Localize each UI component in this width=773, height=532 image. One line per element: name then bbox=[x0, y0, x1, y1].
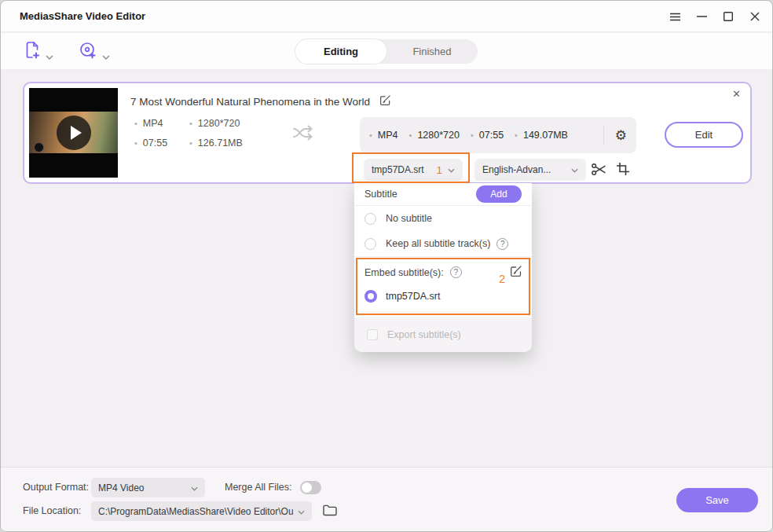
minimize-icon[interactable] bbox=[692, 7, 711, 26]
help-icon[interactable]: ? bbox=[450, 266, 462, 278]
divider bbox=[603, 126, 604, 145]
source-duration: 07:55 bbox=[134, 138, 189, 149]
embedded-track-option[interactable]: tmp57DA.srt bbox=[365, 290, 522, 303]
output-info-bar: MP4 1280*720 07:55 149.07MB ⚙ bbox=[360, 117, 636, 153]
embed-subtitle-label: Embed subtitle(s): bbox=[365, 267, 444, 278]
step-annotation-1: 1 bbox=[436, 164, 442, 176]
embed-subtitle-section: Embed subtitle(s): ? 2 tmp57DA.srt bbox=[354, 257, 532, 303]
footer-bar: Output Format: MP4 Video Merge All Files… bbox=[1, 467, 772, 531]
toggle-knob bbox=[302, 482, 312, 493]
subtitle-panel-title: Subtitle bbox=[365, 189, 397, 200]
subtitle-file-value: tmp57DA.srt bbox=[372, 164, 424, 175]
output-format-value: MP4 Video bbox=[98, 482, 144, 493]
tab-finished[interactable]: Finished bbox=[386, 39, 478, 64]
tab-bar: Editing Finished bbox=[295, 39, 478, 64]
app-window: MediasShare Video Editor bbox=[0, 0, 773, 532]
toolbar: Editing Finished bbox=[1, 33, 772, 70]
source-resolution: 1280*720 bbox=[189, 118, 276, 129]
output-format: MP4 bbox=[369, 130, 398, 141]
tab-editing[interactable]: Editing bbox=[295, 39, 386, 64]
source-size: 126.71MB bbox=[189, 138, 276, 149]
add-subtitle-button[interactable]: Add bbox=[476, 185, 522, 203]
export-subtitle-row: Export subtitle(s) bbox=[354, 317, 532, 352]
radio-unselected-icon[interactable] bbox=[365, 238, 376, 250]
output-resolution: 1280*720 bbox=[409, 130, 460, 141]
add-disc-icon bbox=[79, 42, 97, 63]
source-format: MP4 bbox=[134, 118, 189, 129]
file-location-select[interactable]: C:\ProgramData\MediasShare\Video Editor\… bbox=[91, 501, 312, 521]
crop-icon[interactable] bbox=[617, 163, 629, 178]
thumbnail-watermark bbox=[34, 142, 44, 152]
merge-all-files-label: Merge All Files: bbox=[225, 478, 291, 497]
clip-card: 7 Most Wonderful Natural Phenomena in th… bbox=[23, 82, 752, 184]
app-title: MediasShare Video Editor bbox=[20, 1, 145, 32]
edit-subtitle-icon[interactable] bbox=[510, 265, 522, 281]
chevron-down-icon bbox=[293, 506, 305, 517]
option-no-subtitle[interactable]: No subtitle bbox=[354, 206, 532, 231]
output-format-select[interactable]: MP4 Video bbox=[91, 478, 205, 497]
export-label: Export subtitle(s) bbox=[387, 329, 461, 340]
chevron-down-icon bbox=[46, 49, 53, 63]
trim-scissors-icon[interactable] bbox=[592, 163, 606, 179]
save-button[interactable]: Save bbox=[676, 488, 758, 512]
radio-selected-icon[interactable] bbox=[365, 290, 377, 303]
edit-button[interactable]: Edit bbox=[665, 122, 743, 148]
track-label: tmp57DA.srt bbox=[386, 291, 440, 302]
add-file-icon bbox=[24, 42, 41, 63]
merge-toggle[interactable] bbox=[300, 481, 321, 494]
option-label: No subtitle bbox=[386, 213, 432, 224]
chevron-down-icon bbox=[186, 482, 198, 493]
output-size: 149.07MB bbox=[515, 130, 568, 141]
export-checkbox[interactable] bbox=[367, 329, 378, 340]
rename-icon[interactable] bbox=[379, 94, 391, 109]
output-duration: 07:55 bbox=[471, 130, 504, 141]
video-thumbnail[interactable] bbox=[29, 88, 118, 178]
file-location-label: File Location: bbox=[23, 501, 81, 521]
source-metadata: MP4 1280*720 07:55 126.71MB bbox=[134, 118, 276, 149]
maximize-icon[interactable] bbox=[719, 7, 738, 26]
settings-gear-icon[interactable]: ⚙ bbox=[615, 129, 627, 142]
convert-arrow-icon bbox=[291, 124, 315, 145]
subtitle-language-select[interactable]: English-Advan... bbox=[474, 159, 586, 181]
add-file-button[interactable] bbox=[24, 42, 53, 63]
chevron-down-icon bbox=[448, 164, 455, 175]
play-icon[interactable] bbox=[57, 116, 91, 150]
option-keep-all-tracks[interactable]: Keep all subtitle track(s) ? bbox=[354, 231, 532, 256]
add-disc-button[interactable] bbox=[79, 42, 110, 63]
close-icon[interactable] bbox=[746, 7, 764, 26]
remove-clip-icon[interactable]: ✕ bbox=[732, 88, 741, 100]
subtitle-file-select[interactable]: tmp57DA.srt 1 bbox=[364, 159, 463, 181]
subtitle-panel-header: Subtitle Add bbox=[354, 183, 532, 206]
window-controls bbox=[665, 1, 764, 32]
chevron-down-icon bbox=[102, 49, 110, 63]
option-label: Keep all subtitle track(s) bbox=[386, 238, 490, 249]
output-format-label: Output Format: bbox=[23, 478, 89, 497]
radio-unselected-icon[interactable] bbox=[365, 213, 376, 225]
open-folder-icon[interactable] bbox=[323, 504, 337, 519]
subtitle-panel: Subtitle Add No subtitle Keep all subtit… bbox=[354, 183, 532, 352]
subtitle-language-value: English-Advan... bbox=[482, 164, 551, 175]
chevron-down-icon bbox=[571, 164, 578, 175]
help-icon[interactable]: ? bbox=[496, 238, 508, 250]
step-annotation-2: 2 bbox=[499, 273, 505, 285]
file-location-value: C:\ProgramData\MediasShare\Video Editor\… bbox=[98, 506, 293, 517]
menu-icon[interactable] bbox=[665, 7, 684, 26]
title-bar: MediasShare Video Editor bbox=[1, 1, 772, 32]
clip-title: 7 Most Wonderful Natural Phenomena in th… bbox=[130, 96, 370, 108]
